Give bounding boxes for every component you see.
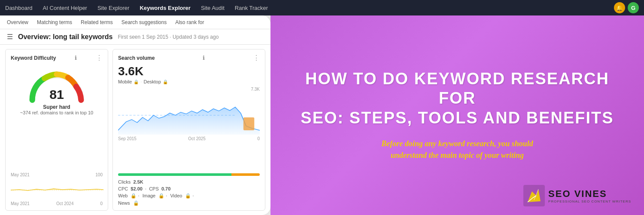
desktop-label: Desktop	[143, 79, 161, 84]
hamburger-icon[interactable]: ☰	[7, 33, 13, 41]
nav-icons: 🔔 G	[614, 2, 639, 13]
sv-card-header: Search volume ℹ ⋮	[118, 54, 260, 62]
subnav-matching[interactable]: Matching terms	[33, 19, 76, 25]
gauge-svg: 81	[22, 65, 91, 104]
srp-image: Image	[143, 193, 156, 199]
kd-more-icon[interactable]: ⋮	[96, 54, 103, 62]
main-content: Overview Matching terms Related terms Se…	[0, 15, 644, 215]
mobile-label: Mobile	[118, 79, 132, 84]
sv-chart: 7.3K	[118, 87, 260, 169]
srp-features: Web 🔒 · Image 🔒 · Video 🔒 ·	[118, 193, 260, 199]
clicks-value: 2.5K	[133, 179, 143, 184]
sub-navigation: Overview Matching terms Related terms Se…	[0, 15, 270, 29]
sv-more-icon[interactable]: ⋮	[253, 54, 260, 62]
ref-domains-label: ~374 ref. domains to rank in top 10	[20, 110, 93, 115]
notification-icon[interactable]: 🔔	[614, 2, 625, 13]
subnav-suggestions[interactable]: Search suggestions	[118, 19, 170, 25]
trend-zero: 0	[100, 201, 103, 206]
sv-date-start: Sep 2015	[118, 136, 137, 141]
subnav-related[interactable]: Related terms	[77, 19, 116, 25]
right-panel: HOW TO DO KEYWORD RESEARCH FOR SEO: STEP…	[270, 15, 644, 215]
difficulty-label: Super hard	[43, 104, 70, 110]
cpc-cps-metric: CPC $2.00 · CPS 0.70	[118, 186, 260, 191]
nav-keywords-explorer[interactable]: Keywords Explorer	[140, 5, 191, 11]
kd-trend-chart: May 2021 100 May 2021 Oct 2024 0	[11, 172, 103, 206]
brand-icon-svg	[523, 185, 545, 206]
brand-name: SEO VINES	[548, 188, 631, 200]
subnav-also-rank[interactable]: Also rank for	[172, 19, 207, 25]
clicks-label: Clicks	[118, 179, 131, 184]
nav-site-audit[interactable]: Site Audit	[201, 5, 225, 11]
kd-card-header: Keyword Difficulty ℹ ⋮	[11, 54, 103, 62]
trend-date-left: May 2021	[11, 201, 30, 206]
sv-sparkline	[118, 92, 260, 135]
trend-label-100: 100	[95, 172, 103, 177]
overview-header: ☰ Overview: long tail keywords First see…	[0, 29, 270, 45]
grammarly-icon[interactable]: G	[628, 2, 639, 13]
cps-label: CPS	[149, 186, 159, 191]
subnav-overview[interactable]: Overview	[3, 19, 32, 25]
nav-rank-tracker[interactable]: Rank Tracker	[235, 5, 268, 11]
kd-sparkline	[11, 178, 103, 200]
cpc-label: CPC	[118, 186, 128, 191]
nav-dashboard[interactable]: Dashboard	[5, 5, 33, 11]
subtitle-text: Before doing any keyword research, you s…	[381, 138, 533, 161]
cps-value: 0.70	[161, 186, 170, 191]
nav-ai-content[interactable]: AI Content Helper	[43, 5, 87, 11]
sv-chart-dates: Sep 2015 Oct 2025 0	[118, 136, 260, 141]
brand-text-container: SEO VINES PROFESSIONAL SEO CONTENT WRITE…	[548, 188, 631, 203]
search-volume-card: Search volume ℹ ⋮ 3.6K Mobile 🔒 · Deskto…	[112, 49, 265, 211]
sv-date-end: Oct 2025	[188, 136, 206, 141]
trend-date-right: Oct 2024	[56, 201, 74, 206]
kd-card-title: Keyword Difficulty	[11, 55, 56, 61]
brand-logo: SEO VINES PROFESSIONAL SEO CONTENT WRITE…	[523, 185, 631, 206]
nav-site-explorer[interactable]: Site Explorer	[97, 5, 129, 11]
brand-tagline: PROFESSIONAL SEO CONTENT WRITERS	[548, 200, 631, 203]
mobile-lock-icon: 🔒	[134, 80, 139, 84]
left-panel: Overview Matching terms Related terms Se…	[0, 15, 270, 215]
overview-title: Overview: long tail keywords	[18, 33, 113, 41]
clicks-metric: Clicks 2.5K	[118, 179, 260, 184]
trend-label-left: May 2021	[11, 172, 30, 177]
srp-web: Web	[118, 193, 128, 199]
svg-rect-3	[243, 117, 254, 130]
srp-bar	[118, 173, 260, 176]
srp-news: News 🔒	[118, 200, 260, 206]
overview-meta: First seen 1 Sep 2015 · Updated 3 days a…	[118, 34, 219, 40]
keyword-difficulty-card: Keyword Difficulty ℹ ⋮	[5, 49, 108, 211]
sv-volume: 3.6K	[118, 64, 260, 78]
kd-info-icon[interactable]: ℹ	[75, 55, 77, 61]
ahrefs-panel: Overview Matching terms Related terms Se…	[0, 15, 270, 215]
srp-video: Video	[170, 193, 182, 199]
main-headline: HOW TO DO KEYWORD RESEARCH FOR SEO: STEP…	[288, 69, 627, 128]
kd-gauge: 81 Super hard ~374 ref. domains to rank …	[11, 65, 103, 115]
desktop-lock-icon: 🔒	[163, 80, 168, 84]
sv-metrics: Clicks 2.5K CPC $2.00 · CPS 0.70 Web 🔒 ·	[118, 179, 260, 206]
headline-line2: SEO: STEPS, TOOLS AND BENEFITS	[301, 109, 614, 127]
sv-chart-max: 7.3K	[118, 87, 260, 92]
cards-row: Keyword Difficulty ℹ ⋮	[0, 45, 270, 215]
top-navigation: Dashboard AI Content Helper Site Explore…	[0, 0, 644, 15]
sv-card-title: Search volume	[118, 55, 155, 61]
cpc-value: $2.00	[131, 186, 143, 191]
sv-info-icon[interactable]: ℹ	[203, 55, 205, 61]
sv-date-zero: 0	[257, 136, 260, 141]
sv-device-meta: Mobile 🔒 · Desktop 🔒	[118, 79, 260, 84]
gauge-score: 81	[49, 87, 64, 101]
headline-line1: HOW TO DO KEYWORD RESEARCH FOR	[305, 70, 609, 108]
srp-news-label: News	[118, 200, 130, 206]
